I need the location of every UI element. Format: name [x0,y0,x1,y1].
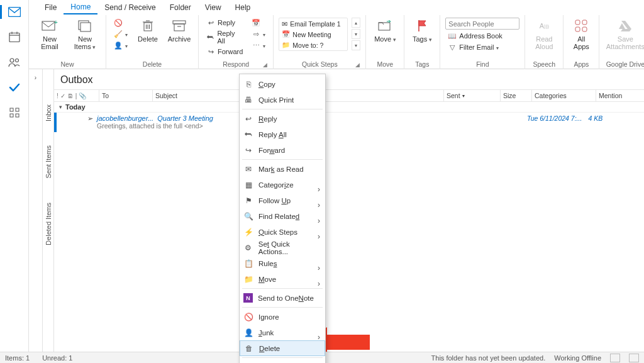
all-apps-label: All Apps [574,35,589,50]
context-menu: ⎘Copy 🖶Quick Print ↩Reply ⮪Reply All ↪Fo… [239,74,326,363]
caret-down-icon: ▾ [59,104,62,110]
ctx-ignore[interactable]: 🚫Ignore [240,309,325,325]
new-email-button[interactable]: + New Email [34,18,65,50]
col-categories[interactable]: Categories [532,90,596,101]
qs-more[interactable]: ▾ [352,40,360,50]
column-headers: !✓🗎|📎 To Subject Sent Size Categories Me… [54,89,644,102]
junk-icon: 👤 [243,328,253,338]
menu-folder[interactable]: Folder [163,1,198,14]
archive-button[interactable]: Archive [165,18,193,43]
address-book-button[interactable]: 📖Address Book [445,31,519,41]
col-size[interactable]: Size [501,90,532,101]
svg-rect-1 [9,33,19,42]
col-icons[interactable]: !✓🗎|📎 [54,90,99,101]
ctx-find-related[interactable]: 🔍Find Related [240,208,325,224]
ctx-copy[interactable]: ⎘Copy [240,76,325,92]
drive-icon [616,19,634,33]
ignore-button[interactable]: 🚫 [111,18,130,28]
quick-step-new-meeting[interactable]: 📅New Meeting [279,29,347,40]
reply-icon: ↩ [206,18,215,27]
new-items-button[interactable]: New Items [69,18,101,50]
message-row[interactable]: ➢ jacobellenburger... Quarter 3 Meeting … [54,113,644,132]
forward-icon: ↪ [206,47,215,56]
ctx-categorize[interactable]: ▦Categorize [240,177,325,193]
reply-button[interactable]: ↩Reply [204,18,245,28]
view-normal-button[interactable] [610,354,620,362]
move-button[interactable]: Move [371,18,399,43]
ctx-quick-print[interactable]: 🖶Quick Print [240,92,325,108]
status-folder-msg: This folder has not yet been updated. [431,354,546,362]
delete-button[interactable]: Delete [134,18,162,43]
folder-sent[interactable]: Sent Items [45,145,52,179]
cleanup-button[interactable]: 🧹 [111,29,130,39]
new-email-icon: + [41,19,58,33]
respond-dialog-launcher[interactable]: ◢ [262,62,268,68]
qs-dialog-launcher[interactable]: ◢ [354,62,360,68]
flag-icon [413,19,431,33]
msg-sent: Tue 6/11/2024 7:... [527,114,582,122]
save-attachments-button[interactable]: Save Attachments [604,18,644,50]
menu-view[interactable]: View [198,1,228,14]
save-attachments-label: Save Attachments [606,35,644,50]
im-button[interactable]: ⇨ [249,29,268,39]
ctx-archive[interactable]: 📦Archive... [240,359,325,363]
ctx-follow-up[interactable]: ⚑Follow Up [240,193,325,208]
ctx-mark-read[interactable]: ✉Mark as Read [240,161,325,177]
ctx-rules[interactable]: 📋Rules [240,255,325,271]
menu-home[interactable]: Home [64,1,97,14]
col-to[interactable]: To [99,90,153,101]
more-respond-button[interactable]: ⋯ [249,40,268,50]
quick-step-email-template[interactable]: ✉Email Template 1 [279,18,347,29]
status-offline: Working Offline [554,354,601,362]
ctx-junk[interactable]: 👤Junk [240,325,325,340]
ctx-quick-steps[interactable]: ⚡Quick Steps [240,224,325,240]
tasks-icon[interactable] [8,81,21,94]
quick-step-move-to[interactable]: 📁Move to: ? [279,40,347,50]
moveto-icon: 📁 [282,41,290,49]
qs-up[interactable]: ▴ [352,18,360,28]
col-mention[interactable]: Mention [596,90,644,101]
ribbon-group-delete: 🚫 🧹 👤 Delete Archive Delete [106,15,199,69]
search-people-input[interactable] [445,18,519,30]
qs-down[interactable]: ▾ [352,29,360,39]
ctx-set-quick-actions[interactable]: ⚙Set Quick Actions... [240,240,325,255]
view-reading-button[interactable] [629,354,639,362]
folder-deleted[interactable]: Deleted Items [45,203,52,245]
group-today[interactable]: ▾Today [54,102,644,113]
menu-send-receive[interactable]: Send / Receive [97,1,162,14]
reply-all-icon: ⮪ [243,130,253,140]
group-label-speech: Speech [530,59,558,69]
reply-all-button[interactable]: ⮪Reply All [204,29,245,45]
menu-help[interactable]: Help [228,1,258,14]
col-sent[interactable]: Sent [444,90,501,101]
ctx-reply[interactable]: ↩Reply [240,111,325,126]
tags-button[interactable]: Tags [409,18,435,43]
ctx-delete[interactable]: 🗑Delete [240,340,325,356]
status-unread: Unread: 1 [42,354,72,362]
filter-email-button[interactable]: ▽Filter Email [445,42,519,52]
trash-icon [139,19,157,33]
svg-rect-9 [10,114,13,117]
move-icon: 📁 [243,274,253,284]
read-aloud-label: Read Aloud [535,35,553,50]
ctx-forward[interactable]: ↪Forward [240,142,325,158]
meeting-button[interactable]: 📅 [249,18,268,28]
svg-rect-8 [16,108,19,111]
meeting-icon: 📅 [282,30,290,38]
mail-icon[interactable] [8,5,21,19]
ctx-move[interactable]: 📁Move [240,271,325,287]
menu-file[interactable]: File [38,1,64,14]
more-apps-icon[interactable] [8,106,21,120]
ctx-reply-all[interactable]: ⮪Reply All [240,126,325,142]
junk-button[interactable]: 👤 [111,40,130,50]
read-aloud-button[interactable]: A))) Read Aloud [530,18,558,50]
group-label-apps: Apps [569,59,594,69]
folder-inbox[interactable]: Inbox [45,104,52,121]
move-label: Move [374,35,396,43]
forward-button[interactable]: ↪Forward [204,47,245,57]
calendar-icon[interactable] [8,30,21,44]
all-apps-button[interactable]: All Apps [569,18,594,50]
people-icon[interactable] [8,55,21,69]
nav-collapse[interactable]: › [29,69,43,352]
ctx-onenote[interactable]: NSend to OneNote [240,290,325,306]
